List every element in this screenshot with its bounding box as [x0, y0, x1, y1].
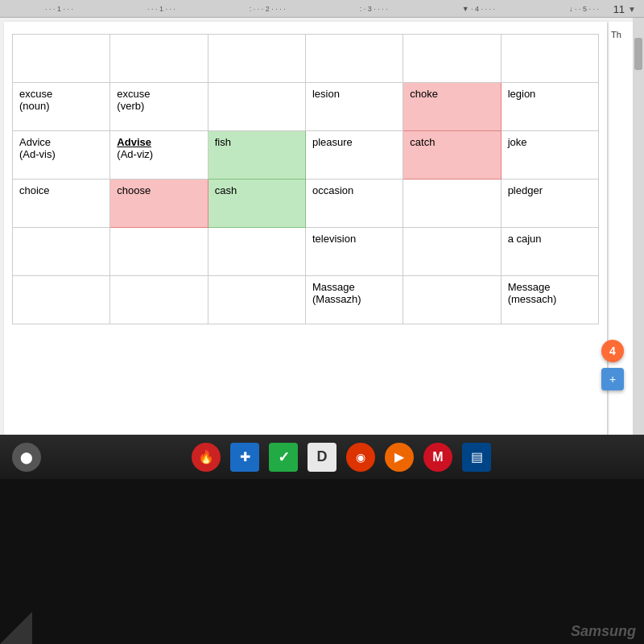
table-cell — [403, 276, 501, 324]
ruler-mark-1: · · · 1 · · · — [45, 5, 73, 13]
table-cell: television — [305, 228, 402, 276]
table-cell: Message(messach) — [501, 276, 598, 324]
table-cell: Advice(Ad-vis) — [13, 131, 110, 180]
table-cell — [403, 180, 501, 228]
table-cell: occasion — [305, 180, 402, 228]
table-cell: joke — [501, 131, 598, 180]
play-icon: ▶ — [394, 449, 404, 464]
table-cell — [305, 35, 402, 83]
circle-icon: ◉ — [356, 451, 365, 464]
taskbar-icon-play[interactable]: ▶ — [385, 443, 414, 472]
ruler-marks: · · · 1 · · · · · · 1 · · · : · · · 2 · … — [0, 5, 644, 13]
table-cell — [110, 276, 208, 324]
float-btn-blue-label: + — [609, 373, 616, 386]
brand-label: Samsung — [571, 623, 636, 640]
bottom-area: Samsung — [0, 479, 644, 644]
table-cell-cash: cash — [208, 180, 305, 228]
float-button-blue[interactable]: + — [601, 368, 624, 390]
table-cell — [208, 35, 305, 83]
page-content: excuse(noun) excuse(verb) lesion choke l… — [4, 22, 607, 435]
table-cell-choke: choke — [403, 83, 501, 131]
table-row: Massage(Massazh) Message(messach) — [13, 276, 599, 324]
table-cell — [403, 35, 501, 83]
table-cell: a cajun — [501, 228, 598, 276]
table-cell: Massage(Massazh) — [305, 276, 402, 324]
table-cell — [403, 228, 501, 276]
taskbar-icon-mail[interactable]: M — [423, 443, 452, 472]
table-cell: Advise(Ad-viz) — [110, 131, 208, 180]
folder-icon: ▤ — [471, 449, 483, 464]
ruler: · · · 1 · · · · · · 1 · · · : · · · 2 · … — [0, 0, 644, 18]
table-cell-fish: fish — [208, 131, 305, 180]
table-cell: legion — [501, 83, 598, 131]
table-cell — [501, 35, 598, 83]
document-area: excuse(noun) excuse(verb) lesion choke l… — [0, 18, 644, 435]
ruler-mark-5: ▼ · 4 · · · · — [462, 5, 495, 13]
sidebar-text: Th — [611, 30, 621, 39]
table-row — [13, 35, 599, 83]
table-row: choice choose cash occasion pledger — [13, 180, 599, 228]
page-number-label: 11 — [613, 3, 625, 15]
table-cell — [110, 35, 208, 83]
fire-icon: 🔥 — [198, 449, 214, 464]
table-cell — [13, 35, 110, 83]
table-row: television a cajun — [13, 228, 599, 276]
table-row: excuse(noun) excuse(verb) lesion choke l… — [13, 83, 599, 131]
taskbar-icon-book[interactable]: ✚ — [230, 443, 259, 472]
ruler-mark-2: · · · 1 · · · — [147, 5, 175, 13]
page-arrow[interactable]: ▼ — [628, 5, 636, 14]
taskbar-icon-circle[interactable]: ◉ — [346, 443, 375, 472]
taskbar-icon-fire[interactable]: 🔥 — [192, 443, 221, 472]
float-button-orange[interactable]: 4 — [601, 340, 624, 362]
book-icon: ✚ — [240, 449, 250, 464]
taskbar-icon-check[interactable]: ✓ — [269, 443, 298, 472]
table-cell: choice — [13, 180, 110, 228]
table-cell — [208, 228, 305, 276]
check-icon: ✓ — [278, 448, 290, 466]
camera-icon: ⬤ — [20, 451, 33, 464]
table-cell — [110, 228, 208, 276]
ruler-mark-4: : · 3 · · · · — [360, 5, 388, 13]
table-cell — [208, 83, 305, 131]
mail-icon: M — [432, 450, 443, 464]
table-cell: pledger — [501, 180, 598, 228]
word-table: excuse(noun) excuse(verb) lesion choke l… — [12, 34, 599, 324]
scrollbar[interactable] — [633, 18, 644, 435]
screen: · · · 1 · · · · · · 1 · · · : · · · 2 · … — [0, 0, 644, 435]
float-btn-orange-label: 4 — [609, 345, 616, 357]
table-cell: pleasure — [305, 131, 402, 180]
taskbar-icon-camera[interactable]: ⬤ — [12, 443, 41, 472]
table-cell: excuse(noun) — [13, 83, 110, 131]
table-cell: excuse(verb) — [110, 83, 208, 131]
d-icon: D — [317, 448, 328, 465]
table-cell — [13, 228, 110, 276]
taskbar-icon-d[interactable]: D — [308, 443, 336, 472]
scrollbar-thumb[interactable] — [634, 38, 642, 70]
ruler-mark-6: ↓ · · 5 · · · — [569, 5, 599, 13]
table-cell-choose: choose — [110, 180, 208, 228]
table-cell — [208, 276, 305, 324]
table-cell — [13, 276, 110, 324]
table-cell: lesion — [305, 83, 402, 131]
page-number: 11 ▼ — [613, 3, 636, 15]
taskbar: ⬤ 🔥 ✚ ✓ D ◉ ▶ M ▤ — [0, 435, 644, 479]
table-cell-catch: catch — [403, 131, 501, 180]
corner-decoration — [0, 612, 32, 644]
taskbar-icon-folder[interactable]: ▤ — [462, 443, 491, 472]
ruler-mark-3: : · · · 2 · · · · — [250, 5, 286, 13]
table-row: Advice(Ad-vis) Advise(Ad-viz) fish pleas… — [13, 131, 599, 180]
